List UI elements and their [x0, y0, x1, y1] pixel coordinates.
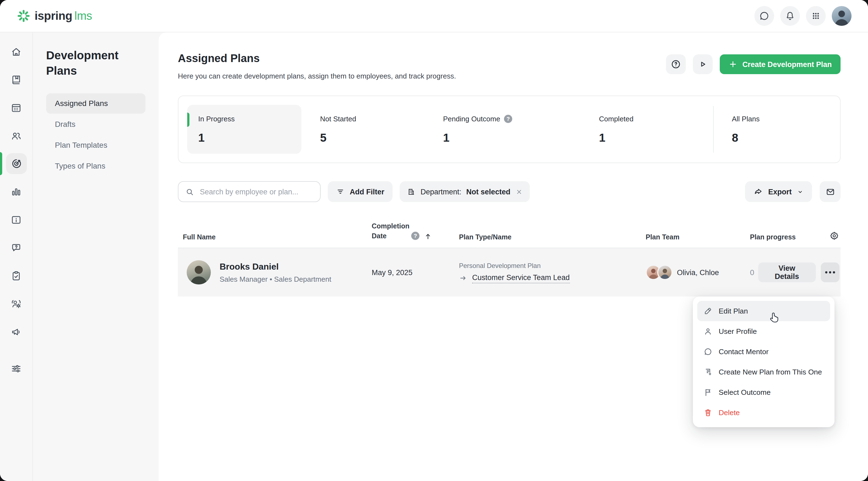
trash-icon: [703, 408, 713, 417]
search-icon: [185, 187, 194, 196]
stat-completed[interactable]: Completed 1: [588, 105, 713, 154]
video-tutorial-button[interactable]: [693, 54, 713, 74]
notifications-button[interactable]: [780, 6, 800, 26]
nav-announcements[interactable]: [6, 321, 27, 342]
nav-user-management[interactable]: [6, 293, 27, 314]
users-icon: [10, 130, 22, 141]
stat-label: Pending Outcome?: [443, 115, 588, 123]
nav-rail: [0, 32, 33, 481]
plan-name-line: Customer Service Team Lead: [459, 273, 646, 283]
nav-home[interactable]: [6, 41, 27, 62]
info-card-icon: [10, 214, 22, 226]
row-actions-cell: 0 View Details: [750, 263, 841, 282]
menu-item-contact-mentor[interactable]: Contact Mentor: [697, 341, 830, 362]
nav-assignments[interactable]: [6, 265, 27, 286]
share-arrow-icon: [753, 187, 763, 197]
nav-newsfeed[interactable]: [6, 209, 27, 230]
create-development-plan-button[interactable]: Create Development Plan: [720, 54, 841, 74]
cursor-hand-icon: [768, 310, 780, 323]
sidebar-item-plan-templates[interactable]: Plan Templates: [46, 135, 146, 155]
col-plan-team: Plan Team: [646, 233, 750, 241]
page-header: Assigned Plans Here you can create devel…: [178, 52, 841, 80]
employee-name[interactable]: Brooks Daniel: [220, 262, 331, 272]
section-nav: Assigned Plans Drafts Plan Templates Typ…: [46, 93, 146, 176]
apps-grid-icon: [811, 11, 821, 21]
export-button[interactable]: Export: [745, 181, 812, 202]
home-icon: [10, 46, 22, 57]
menu-item-user-profile[interactable]: User Profile: [697, 321, 830, 341]
plan-progress-value: 0: [750, 268, 754, 277]
plus-icon: [728, 60, 737, 69]
export-label: Export: [768, 187, 792, 196]
menu-item-delete[interactable]: Delete: [697, 402, 830, 423]
plan-name-link[interactable]: Customer Service Team Lead: [472, 273, 569, 283]
table-settings-gear-icon[interactable]: [829, 231, 839, 241]
view-details-button[interactable]: View Details: [758, 263, 816, 282]
app-window: ispringlms: [0, 0, 868, 481]
row-menu-button[interactable]: [821, 263, 839, 282]
stat-not-started[interactable]: Not Started 5: [309, 105, 432, 154]
play-icon: [698, 59, 708, 69]
top-bar: ispringlms: [0, 0, 868, 32]
stat-label: In Progress: [198, 115, 302, 123]
sort-asc-icon[interactable]: [424, 232, 432, 241]
search-input[interactable]: [199, 187, 315, 196]
nav-development-plans[interactable]: [6, 153, 27, 174]
help-badge-icon[interactable]: ?: [504, 115, 512, 123]
plan-team-cell: Olivia, Chloe: [646, 265, 750, 280]
pencil-icon: [703, 306, 713, 316]
brand-suffix: lms: [74, 9, 92, 22]
department-filter-chip[interactable]: Department: Not selected: [400, 181, 530, 202]
nav-questions[interactable]: [6, 237, 27, 258]
megaphone-icon: [10, 326, 22, 337]
sidebar-item-drafts[interactable]: Drafts: [46, 114, 146, 134]
filter-toolbar: Add Filter Department: Not selected Expo…: [178, 181, 841, 202]
create-button-label: Create Development Plan: [742, 60, 832, 68]
sidebar-item-types-of-plans[interactable]: Types of Plans: [46, 156, 146, 176]
help-badge-icon[interactable]: ?: [411, 232, 420, 240]
col-completion-date: Completion Date ?: [372, 222, 459, 241]
menu-item-create-new-plan[interactable]: Create New Plan from This One: [697, 362, 830, 382]
add-filter-button[interactable]: Add Filter: [328, 181, 393, 202]
target-arrow-icon: [10, 158, 22, 170]
clipboard-check-icon: [10, 270, 22, 281]
nav-courses[interactable]: [6, 69, 27, 90]
remove-filter-icon[interactable]: [515, 188, 522, 195]
calendar-icon: [10, 102, 22, 113]
apps-button[interactable]: [806, 6, 826, 26]
page-header-actions: Create Development Plan: [666, 54, 841, 74]
menu-item-label: Create New Plan from This One: [719, 368, 822, 376]
people-settings-icon: [10, 298, 22, 309]
stat-all-plans[interactable]: All Plans 8: [714, 105, 831, 154]
menu-item-select-outcome[interactable]: Select Outcome: [697, 382, 830, 402]
menu-item-label: User Profile: [719, 327, 757, 335]
nav-people[interactable]: [6, 125, 27, 146]
menu-item-label: Contact Mentor: [719, 348, 769, 356]
completion-date-cell: May 9, 2025: [372, 268, 459, 276]
employee-avatar[interactable]: [187, 260, 211, 284]
table-row[interactable]: Brooks Daniel Sales Manager • Sales Depa…: [178, 248, 841, 297]
arrow-right-icon: [459, 274, 467, 282]
stat-in-progress[interactable]: In Progress 1: [187, 105, 302, 154]
user-avatar[interactable]: [832, 6, 851, 26]
nav-calendar[interactable]: [6, 97, 27, 118]
sliders-icon: [10, 363, 22, 374]
nav-reports[interactable]: [6, 181, 27, 202]
bar-chart-icon: [10, 186, 22, 198]
sidebar-item-assigned-plans[interactable]: Assigned Plans: [46, 93, 146, 113]
plan-type-cell: Personal Development Plan Customer Servi…: [459, 262, 646, 283]
nav-settings[interactable]: [6, 358, 27, 379]
menu-item-edit-plan[interactable]: Edit Plan: [697, 301, 830, 321]
messages-button[interactable]: [754, 6, 774, 26]
stat-pending-outcome[interactable]: Pending Outcome? 1: [432, 105, 588, 154]
chat-question-icon: [10, 242, 22, 253]
help-button[interactable]: [666, 54, 686, 74]
menu-item-label: Edit Plan: [719, 307, 748, 315]
email-report-button[interactable]: [820, 181, 841, 202]
toolbar-right: Export: [745, 181, 841, 202]
chevron-down-icon: [797, 188, 804, 195]
team-avatar-chloe[interactable]: [657, 265, 673, 280]
envelope-icon: [825, 186, 835, 197]
page-subtitle: Here you can create development plans, a…: [178, 72, 456, 80]
employee-role-department: Sales Manager • Sales Department: [220, 275, 331, 283]
